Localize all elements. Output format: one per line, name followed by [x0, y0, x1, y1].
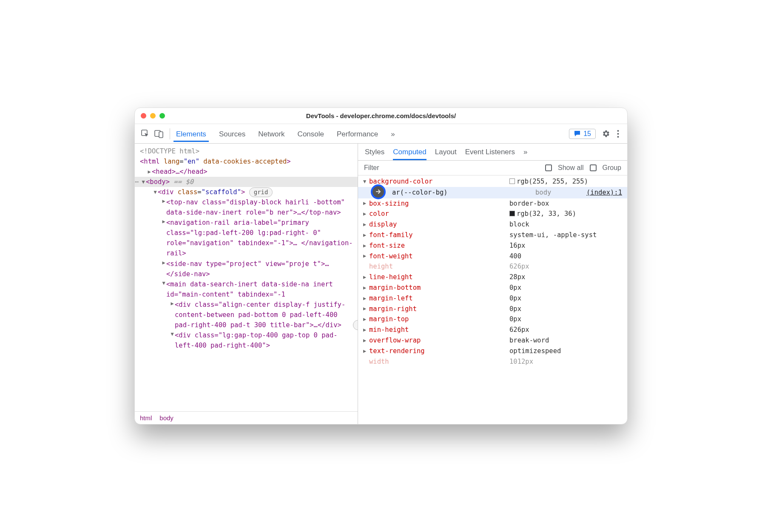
svg-point-3 — [617, 130, 619, 132]
property-name: margin-left — [369, 293, 509, 304]
computed-row[interactable]: ▼background-colorrgb(255, 255, 255) — [358, 176, 627, 187]
scaffold-div[interactable]: ▼<div class="scaffold"> grid — [135, 187, 358, 197]
property-name: line-height — [369, 272, 509, 283]
expand-icon[interactable]: ▶ — [363, 294, 369, 303]
main-toolbar: Elements Sources Network Console Perform… — [135, 124, 627, 144]
goto-source-icon[interactable] — [371, 184, 386, 199]
tab-styles[interactable]: Styles — [365, 148, 384, 160]
property-value: 0px — [509, 314, 521, 325]
settings-icon[interactable] — [598, 129, 613, 138]
crumb-html[interactable]: html — [140, 414, 152, 422]
tab-network[interactable]: Network — [256, 126, 287, 142]
tab-layout[interactable]: Layout — [435, 148, 457, 160]
computed-row[interactable]: ▶font-familysystem-ui, -apple-syst — [358, 230, 627, 241]
expand-icon[interactable]: ▶ — [363, 199, 369, 207]
tab-performance[interactable]: Performance — [334, 126, 381, 142]
breadcrumb: html body — [135, 411, 358, 424]
expand-icon[interactable]: ▶ — [363, 252, 369, 260]
main-element[interactable]: ▼<main data-search-inert data-side-na in… — [135, 279, 358, 300]
computed-row[interactable]: ▶font-weight400 — [358, 251, 627, 262]
flex-pill[interactable]: flex — [353, 320, 358, 330]
property-value: rgb(255, 255, 255) — [509, 176, 588, 187]
tab-elements[interactable]: Elements — [173, 126, 209, 142]
property-name: font-size — [369, 241, 509, 251]
svg-point-4 — [617, 133, 619, 135]
tab-console[interactable]: Console — [295, 126, 327, 142]
trace-source-link[interactable]: (index):1 — [586, 187, 622, 198]
dom-tree[interactable]: <!DOCTYPE html> <html lang="en" data-coo… — [135, 144, 358, 411]
tab-sources[interactable]: Sources — [216, 126, 248, 142]
expand-icon[interactable]: ▶ — [363, 231, 369, 239]
property-value: 0px — [509, 283, 521, 293]
html-element[interactable]: <html lang="en" data-cookies-accepted> — [135, 156, 358, 167]
expand-icon[interactable]: ▶ — [363, 284, 369, 292]
computed-row[interactable]: ▶overflow-wrapbreak-word — [358, 335, 627, 346]
computed-trace-row[interactable]: ar(--color-bg)body(index):1 — [358, 187, 627, 198]
tab-computed[interactable]: Computed — [393, 148, 426, 160]
inspect-icon[interactable] — [139, 130, 152, 138]
property-value: 16px — [509, 241, 525, 251]
computed-row[interactable]: ▶margin-right0px — [358, 304, 627, 314]
kebab-menu-icon[interactable] — [614, 130, 622, 138]
property-value: 1012px — [509, 357, 533, 367]
computed-row[interactable]: ▶line-height28px — [358, 272, 627, 283]
computed-row[interactable]: ▶margin-top0px — [358, 314, 627, 325]
grid-pill[interactable]: grid — [249, 187, 273, 198]
body-element-selected[interactable]: ⋯▼<body> == $0 — [135, 177, 358, 187]
expand-icon[interactable]: ▶ — [363, 347, 369, 355]
computed-row[interactable]: ▶margin-bottom0px — [358, 283, 627, 293]
navigation-rail-element[interactable]: ▶<navigation-rail aria-label="primary cl… — [135, 218, 358, 258]
computed-row[interactable]: ▶font-size16px — [358, 241, 627, 251]
crumb-body[interactable]: body — [159, 414, 173, 422]
property-name: font-weight — [369, 251, 509, 262]
gap-div[interactable]: ▼<div class="lg:gap-top-400 gap-top 0 pa… — [135, 330, 358, 351]
computed-row[interactable]: ▶colorrgb(32, 33, 36) — [358, 209, 627, 219]
expand-icon[interactable]: ▼ — [363, 178, 369, 186]
computed-row[interactable]: height626px — [358, 261, 627, 272]
group-checkbox[interactable] — [590, 164, 597, 171]
separator — [170, 128, 170, 139]
expand-icon[interactable]: ▶ — [363, 221, 369, 229]
property-value: 28px — [509, 272, 525, 283]
property-value: rgb(32, 33, 36) — [509, 209, 576, 219]
body-split: <!DOCTYPE html> <html lang="en" data-coo… — [135, 144, 627, 424]
expand-icon[interactable]: ▶ — [363, 273, 369, 281]
expand-icon[interactable]: ▶ — [363, 242, 369, 250]
window-title: DevTools - developer.chrome.com/docs/dev… — [135, 112, 627, 119]
computed-row[interactable]: ▶min-height626px — [358, 325, 627, 335]
doctype: <!DOCTYPE html> — [140, 147, 199, 155]
property-name: color — [369, 209, 509, 219]
property-value: break-word — [509, 335, 549, 346]
property-value: 0px — [509, 304, 521, 314]
computed-row[interactable]: ▶margin-left0px — [358, 293, 627, 304]
elements-panel: <!DOCTYPE html> <html lang="en" data-coo… — [135, 144, 358, 424]
tab-event-listeners[interactable]: Event Listeners — [465, 148, 515, 160]
issues-badge[interactable]: 15 — [569, 129, 596, 139]
expand-icon[interactable]: ▶ — [363, 305, 369, 313]
expand-icon[interactable]: ▶ — [363, 326, 369, 334]
message-icon — [574, 130, 581, 137]
expand-icon[interactable]: ▶ — [363, 210, 369, 218]
computed-list[interactable]: ▼background-colorrgb(255, 255, 255)ar(--… — [358, 175, 627, 424]
expand-icon[interactable]: ▶ — [363, 315, 369, 323]
computed-row[interactable]: ▶box-sizingborder-box — [358, 198, 627, 209]
property-value: 0px — [509, 293, 521, 304]
filter-input[interactable]: Filter — [364, 164, 539, 172]
expand-icon[interactable]: ▶ — [363, 337, 369, 345]
title-bar-div[interactable]: ▶<div class="align-center display-f just… — [135, 300, 358, 330]
tabs-overflow[interactable]: » — [388, 126, 397, 142]
trace-selector: body — [535, 187, 586, 198]
property-value: block — [509, 219, 529, 230]
devtools-window: DevTools - developer.chrome.com/docs/dev… — [134, 108, 628, 424]
showall-checkbox[interactable] — [545, 164, 552, 171]
computed-row[interactable]: width1012px — [358, 357, 627, 367]
side-nav-element[interactable]: ▶<side-nav type="project" view="proje t"… — [135, 259, 358, 279]
showall-label: Show all — [558, 164, 583, 172]
top-nav-element[interactable]: ▶<top-nav class="display-block hairli -b… — [135, 197, 358, 218]
device-toggle-icon[interactable] — [153, 130, 165, 138]
tabs-overflow[interactable]: » — [523, 148, 527, 160]
computed-row[interactable]: ▶text-renderingoptimizespeed — [358, 346, 627, 357]
computed-row[interactable]: ▶displayblock — [358, 219, 627, 230]
property-name: overflow-wrap — [369, 335, 509, 346]
head-element[interactable]: ▶<head>…</head> — [135, 167, 358, 177]
